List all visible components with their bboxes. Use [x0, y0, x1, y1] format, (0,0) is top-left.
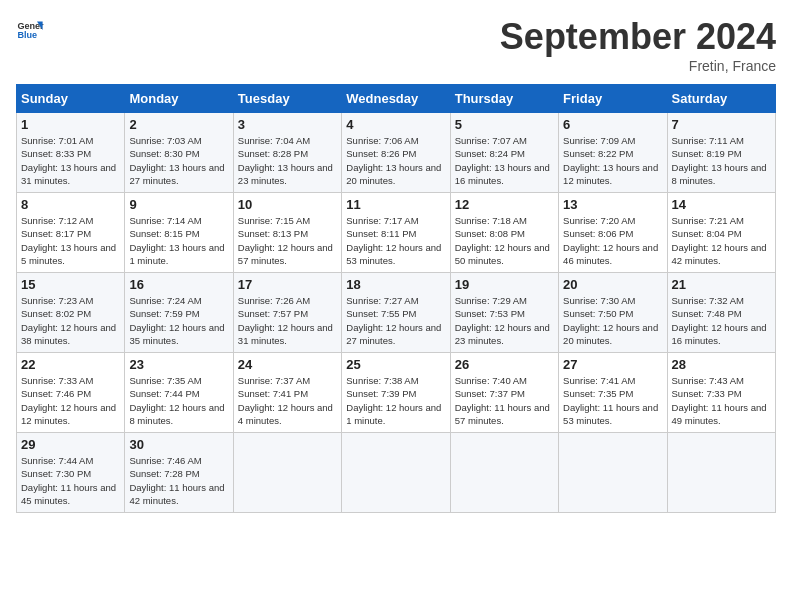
col-friday: Friday: [559, 85, 667, 113]
table-row: 17 Sunrise: 7:26 AMSunset: 7:57 PMDaylig…: [233, 273, 341, 353]
table-row: 21 Sunrise: 7:32 AMSunset: 7:48 PMDaylig…: [667, 273, 775, 353]
col-saturday: Saturday: [667, 85, 775, 113]
table-row: 8 Sunrise: 7:12 AMSunset: 8:17 PMDayligh…: [17, 193, 125, 273]
table-row: 14 Sunrise: 7:21 AMSunset: 8:04 PMDaylig…: [667, 193, 775, 273]
calendar-header-row: Sunday Monday Tuesday Wednesday Thursday…: [17, 85, 776, 113]
calendar-table: Sunday Monday Tuesday Wednesday Thursday…: [16, 84, 776, 513]
table-row: 22 Sunrise: 7:33 AMSunset: 7:46 PMDaylig…: [17, 353, 125, 433]
month-title: September 2024: [500, 16, 776, 58]
table-row: 1 Sunrise: 7:01 AMSunset: 8:33 PMDayligh…: [17, 113, 125, 193]
table-row: [342, 433, 450, 513]
table-row: 5 Sunrise: 7:07 AMSunset: 8:24 PMDayligh…: [450, 113, 558, 193]
table-row: 15 Sunrise: 7:23 AMSunset: 8:02 PMDaylig…: [17, 273, 125, 353]
table-row: 23 Sunrise: 7:35 AMSunset: 7:44 PMDaylig…: [125, 353, 233, 433]
table-row: 9 Sunrise: 7:14 AMSunset: 8:15 PMDayligh…: [125, 193, 233, 273]
table-row: 24 Sunrise: 7:37 AMSunset: 7:41 PMDaylig…: [233, 353, 341, 433]
table-row: [450, 433, 558, 513]
svg-text:Blue: Blue: [17, 30, 37, 40]
title-area: September 2024 Fretin, France: [500, 16, 776, 74]
table-row: 2 Sunrise: 7:03 AMSunset: 8:30 PMDayligh…: [125, 113, 233, 193]
col-wednesday: Wednesday: [342, 85, 450, 113]
calendar-week-2: 8 Sunrise: 7:12 AMSunset: 8:17 PMDayligh…: [17, 193, 776, 273]
table-row: 29 Sunrise: 7:44 AMSunset: 7:30 PMDaylig…: [17, 433, 125, 513]
table-row: 3 Sunrise: 7:04 AMSunset: 8:28 PMDayligh…: [233, 113, 341, 193]
logo: General Blue: [16, 16, 44, 44]
col-monday: Monday: [125, 85, 233, 113]
logo-icon: General Blue: [16, 16, 44, 44]
table-row: 13 Sunrise: 7:20 AMSunset: 8:06 PMDaylig…: [559, 193, 667, 273]
calendar-week-3: 15 Sunrise: 7:23 AMSunset: 8:02 PMDaylig…: [17, 273, 776, 353]
calendar-week-4: 22 Sunrise: 7:33 AMSunset: 7:46 PMDaylig…: [17, 353, 776, 433]
table-row: 18 Sunrise: 7:27 AMSunset: 7:55 PMDaylig…: [342, 273, 450, 353]
page-header: General Blue September 2024 Fretin, Fran…: [16, 16, 776, 74]
table-row: 12 Sunrise: 7:18 AMSunset: 8:08 PMDaylig…: [450, 193, 558, 273]
table-row: 30 Sunrise: 7:46 AMSunset: 7:28 PMDaylig…: [125, 433, 233, 513]
table-row: 4 Sunrise: 7:06 AMSunset: 8:26 PMDayligh…: [342, 113, 450, 193]
table-row: 26 Sunrise: 7:40 AMSunset: 7:37 PMDaylig…: [450, 353, 558, 433]
table-row: 20 Sunrise: 7:30 AMSunset: 7:50 PMDaylig…: [559, 273, 667, 353]
table-row: 28 Sunrise: 7:43 AMSunset: 7:33 PMDaylig…: [667, 353, 775, 433]
table-row: 19 Sunrise: 7:29 AMSunset: 7:53 PMDaylig…: [450, 273, 558, 353]
col-sunday: Sunday: [17, 85, 125, 113]
table-row: 7 Sunrise: 7:11 AMSunset: 8:19 PMDayligh…: [667, 113, 775, 193]
table-row: [233, 433, 341, 513]
calendar-week-1: 1 Sunrise: 7:01 AMSunset: 8:33 PMDayligh…: [17, 113, 776, 193]
table-row: 6 Sunrise: 7:09 AMSunset: 8:22 PMDayligh…: [559, 113, 667, 193]
table-row: 10 Sunrise: 7:15 AMSunset: 8:13 PMDaylig…: [233, 193, 341, 273]
col-thursday: Thursday: [450, 85, 558, 113]
table-row: [667, 433, 775, 513]
calendar-week-5: 29 Sunrise: 7:44 AMSunset: 7:30 PMDaylig…: [17, 433, 776, 513]
table-row: [559, 433, 667, 513]
table-row: 16 Sunrise: 7:24 AMSunset: 7:59 PMDaylig…: [125, 273, 233, 353]
table-row: 11 Sunrise: 7:17 AMSunset: 8:11 PMDaylig…: [342, 193, 450, 273]
location: Fretin, France: [500, 58, 776, 74]
table-row: 25 Sunrise: 7:38 AMSunset: 7:39 PMDaylig…: [342, 353, 450, 433]
table-row: 27 Sunrise: 7:41 AMSunset: 7:35 PMDaylig…: [559, 353, 667, 433]
col-tuesday: Tuesday: [233, 85, 341, 113]
